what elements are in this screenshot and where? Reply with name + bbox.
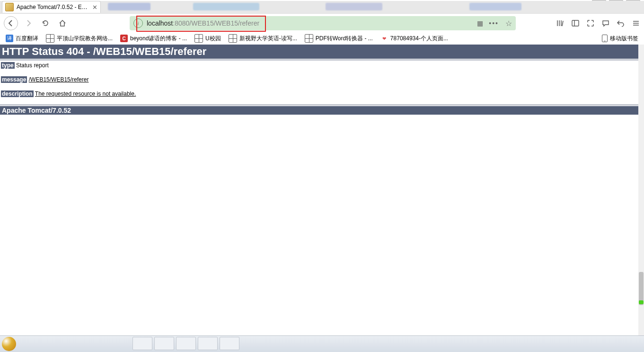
back-button[interactable] [4,16,18,30]
site-info-icon[interactable]: i [133,18,143,28]
globe-icon [305,34,313,43]
start-button[interactable] [2,337,16,351]
heart-icon: ❤ [380,35,388,42]
csdn-icon: C [120,35,128,42]
sidebar-icon[interactable] [571,19,580,27]
tab-title: Apache Tomcat/7.0.52 - Erro [17,4,88,10]
mobile-icon [602,35,608,42]
svg-rect-0 [572,20,579,26]
page-content: HTTP Status 404 - /WEB15/WEB15/referer t… [0,45,638,335]
mobile-bookmarks[interactable]: 移动版书签 [599,34,641,44]
status-type-line: type Status report [1,62,637,69]
bookmark-label: 百度翻译 [16,35,38,43]
scrollbar-accent [639,300,644,304]
chat-icon[interactable] [601,19,610,27]
arrow-right-icon [25,19,32,27]
url-port: :8080 [173,19,189,27]
type-label: type [1,62,15,69]
description-label: description [1,90,34,97]
bookmark-pds-college[interactable]: 平顶山学院教务网络... [43,33,115,44]
url-text: localhost:8080/WEB15/WEB15/referer [147,19,259,27]
screenshot-icon[interactable] [586,19,595,27]
taskbar-app[interactable] [198,337,218,350]
vertical-scrollbar[interactable] [638,45,644,335]
page-actions-icon[interactable]: ••• [489,19,499,27]
tab-strip: Apache Tomcat/7.0.52 - Erro ✕ [0,0,644,13]
reload-icon [42,19,49,27]
bookmark-baidu-translate[interactable]: 译 百度翻译 [3,34,41,44]
bookmarks-bar: 译 百度翻译 平顶山学院教务网络... C beyond谚语的博客 - ... … [0,32,644,45]
bookmarks-right: 移动版书签 [599,34,641,44]
taskbar-app[interactable] [132,337,152,350]
status-description-line: description The requested resource is no… [1,90,637,97]
translate-icon: 译 [6,35,13,42]
bookmark-label: 新视野大学英语-读写... [239,35,297,43]
bookmark-label: PDF转Word转换器 - ... [316,35,373,43]
undo-nav-icon[interactable] [617,19,625,27]
type-value: Status report [15,62,49,69]
status-message-line: message /WEB15/WEB15/referer [1,76,637,83]
bookmark-star-icon[interactable]: ☆ [505,19,512,28]
taskbar-app[interactable] [154,337,174,350]
address-bar[interactable]: i localhost:8080/WEB15/WEB15/referer ▦ •… [130,16,516,30]
url-host: localhost [147,19,173,27]
globe-icon [46,34,54,43]
bookmark-label: 移动版书签 [610,35,638,43]
bookmark-personal-page[interactable]: ❤ 787084934-个人页面... [378,34,451,44]
toolbar-right [556,19,640,27]
taskbar-app[interactable] [176,337,196,350]
active-tab[interactable]: Apache Tomcat/7.0.52 - Erro ✕ [2,1,101,13]
address-bar-actions: ▦ ••• ☆ [477,19,512,28]
bookmark-label: beyond谚语的博客 - ... [130,35,187,43]
message-label: message [1,76,27,83]
divider [0,105,638,105]
globe-icon [194,34,203,43]
message-value: /WEB15/WEB15/referer [29,76,89,83]
menu-button[interactable] [632,19,640,27]
http-status-heading: HTTP Status 404 - /WEB15/WEB15/referer [0,45,638,59]
divider [0,60,638,60]
bookmark-label: 平顶山学院教务网络... [57,35,113,43]
home-icon [59,19,66,27]
bookmark-beyond-blog[interactable]: C beyond谚语的博客 - ... [117,34,190,44]
qr-icon[interactable]: ▦ [477,19,482,27]
bookmark-label: 787084934-个人页面... [390,35,448,43]
arrow-left-icon [7,19,15,27]
description-value: The requested resource is not available. [35,90,136,97]
forward-button[interactable] [22,17,35,30]
windows-taskbar [0,335,644,352]
library-icon[interactable] [556,19,565,27]
bookmark-ucampus[interactable]: U校园 [192,33,224,44]
taskbar-app[interactable] [220,337,239,350]
navigation-toolbar: i localhost:8080/WEB15/WEB15/referer ▦ •… [0,13,644,33]
reload-button[interactable] [39,17,52,30]
tomcat-favicon-icon [5,3,14,11]
bookmark-label: U校园 [205,35,221,43]
globe-icon [229,34,237,43]
tab-close-button[interactable]: ✕ [92,4,97,11]
tomcat-footer: Apache Tomcat/7.0.52 [0,106,638,115]
url-path: /WEB15/WEB15/referer [189,19,259,27]
home-button[interactable] [56,17,69,30]
bookmark-new-horizon[interactable]: 新视野大学英语-读写... [226,33,300,44]
bookmark-pdf-to-word[interactable]: PDF转Word转换器 - ... [302,33,376,44]
